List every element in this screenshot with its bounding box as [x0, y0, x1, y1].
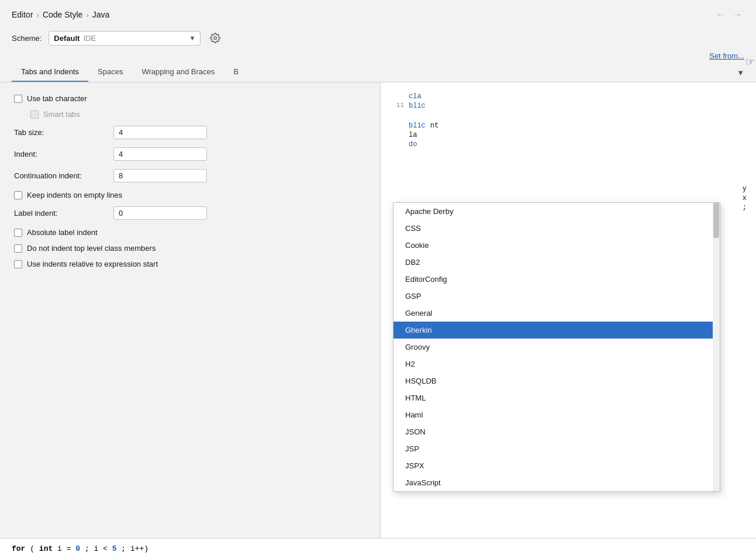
dropdown-item-cookie[interactable]: Cookie [393, 237, 720, 254]
tabs-bar: Tabs and Indents Spaces Wrapping and Bra… [0, 63, 756, 82]
set-from-label: Set from... [709, 51, 744, 60]
dropdown-scrollbar-thumb [713, 203, 719, 238]
indent-row: Indent: [14, 147, 366, 161]
content-area: Use tab character Smart tabs Tab size: I… [0, 82, 756, 548]
indent-label: Indent: [14, 150, 108, 158]
code-line-8: x [381, 194, 756, 203]
left-panel: Use tab character Smart tabs Tab size: I… [0, 82, 380, 548]
dropdown-item-gherkin[interactable]: Gherkin [393, 322, 720, 339]
breadcrumb-code-style: Code Style [43, 10, 82, 19]
use-tab-char-checkbox[interactable] [14, 95, 22, 103]
indent-input[interactable] [113, 147, 207, 161]
scheme-dropdown[interactable]: Default IDE ▼ [49, 31, 201, 46]
scheme-row: Scheme: Default IDE ▼ [0, 27, 756, 51]
scheme-dropdown-arrow: ▼ [189, 34, 195, 42]
tab-b[interactable]: B [224, 63, 248, 82]
use-tab-char-label: Use tab character [27, 94, 87, 103]
tab-size-input[interactable] [113, 126, 207, 139]
code-line-7: y [381, 184, 756, 194]
breadcrumb-sep2: › [86, 11, 88, 19]
gear-icon [210, 33, 220, 43]
breadcrumb-editor: Editor [12, 10, 33, 19]
absolute-label-indent-row: Absolute label indent [14, 228, 366, 237]
tab-tabs-indents[interactable]: Tabs and Indents [12, 63, 88, 82]
absolute-label-indent-label: Absolute label indent [27, 228, 98, 237]
continuation-indent-row: Continuation indent: [14, 169, 366, 182]
gear-button[interactable] [208, 30, 223, 46]
svg-point-0 [214, 37, 217, 40]
dropdown-item-javascript[interactable]: JavaScript [393, 474, 720, 491]
code-line-3 [381, 111, 756, 121]
use-indents-relative-label: Use indents relative to expression start [27, 260, 158, 268]
continuation-indent-input[interactable] [113, 169, 207, 182]
dropdown-item-html[interactable]: HTML [393, 389, 720, 406]
keep-indents-checkbox[interactable] [14, 191, 22, 199]
use-indents-relative-row: Use indents relative to expression start [14, 260, 366, 268]
tab-wrapping-label: Wrapping and Braces [141, 67, 215, 76]
dropdown-item-db2[interactable]: DB2 [393, 254, 720, 271]
tab-size-label: Tab size: [14, 128, 108, 137]
breadcrumb-bar: Editor › Code Style › Java ← → [0, 0, 756, 27]
dropdown-item-jspx[interactable]: JSPX [393, 457, 720, 474]
set-from-link[interactable]: Set from... ☞ [709, 51, 744, 60]
label-indent-label: Label indent: [14, 209, 108, 218]
scheme-label: Scheme: [12, 34, 42, 43]
tab-wrapping[interactable]: Wrapping and Braces [132, 63, 224, 82]
dropdown-item-groovy[interactable]: Groovy [393, 339, 720, 356]
code-spacer [381, 149, 756, 184]
dropdown-item-editorconfig[interactable]: EditorConfig [393, 271, 720, 288]
nav-arrows: ← → [714, 8, 744, 21]
tab-spaces-label: Spaces [98, 67, 123, 76]
dropdown-item-json[interactable]: JSON [393, 423, 720, 440]
dropdown-item-gsp[interactable]: GSP [393, 288, 720, 305]
set-from-dropdown[interactable]: Apache DerbyCSSCookieDB2EditorConfigGSPG… [393, 202, 720, 492]
dropdown-list: Apache DerbyCSSCookieDB2EditorConfigGSPG… [393, 203, 720, 491]
keep-indents-label: Keep indents on empty lines [27, 191, 122, 199]
smart-tabs-row: Smart tabs [30, 110, 366, 119]
use-tab-char-row: Use tab character [14, 94, 366, 103]
dropdown-item-general[interactable]: General [393, 305, 720, 322]
code-line-4: blic nt [381, 121, 756, 130]
keep-indents-row: Keep indents on empty lines [14, 191, 366, 199]
cursor-icon: ☞ [745, 56, 755, 68]
no-indent-top-level-row: Do not indent top level class members [14, 244, 366, 253]
label-indent-input[interactable] [113, 206, 207, 220]
scheme-name: Default [54, 34, 80, 43]
nav-back-button[interactable]: ← [714, 8, 727, 21]
breadcrumb-java: Java [92, 10, 110, 19]
tab-tabs-indents-label: Tabs and Indents [21, 67, 79, 76]
breadcrumb-sep1: › [37, 11, 39, 19]
breadcrumb: Editor › Code Style › Java [12, 10, 109, 19]
tab-spaces[interactable]: Spaces [88, 63, 132, 82]
dropdown-item-hsqldb[interactable]: HSQLDB [393, 372, 720, 389]
nav-forward-button[interactable]: → [731, 8, 744, 21]
set-from-row: Set from... ☞ [0, 51, 756, 63]
code-line-6: do [381, 140, 756, 149]
use-indents-relative-checkbox[interactable] [14, 260, 22, 268]
bottom-bar: for ( int i = 0 ; i < 5 ; i++) [0, 538, 756, 559]
continuation-indent-label: Continuation indent: [14, 171, 108, 180]
dropdown-item-h2[interactable]: H2 [393, 356, 720, 372]
no-indent-top-level-label: Do not indent top level class members [27, 244, 156, 253]
no-indent-top-level-checkbox[interactable] [14, 244, 22, 253]
smart-tabs-label: Smart tabs [43, 110, 80, 119]
code-line-5: la [381, 130, 756, 140]
dropdown-item-haml[interactable]: Haml [393, 406, 720, 423]
dropdown-scrollbar[interactable] [713, 203, 720, 491]
label-indent-row: Label indent: [14, 206, 366, 220]
tab-b-label: B [233, 67, 239, 76]
main-container: Editor › Code Style › Java ← → Scheme: D… [0, 0, 756, 559]
bottom-code-preview: for ( int i = 0 ; i < 5 ; i++) [12, 544, 149, 553]
scheme-type: IDE [83, 34, 96, 43]
tab-size-row: Tab size: [14, 126, 366, 139]
tab-more-button[interactable]: ▼ [734, 64, 747, 82]
code-line-1: cla [381, 92, 756, 101]
smart-tabs-checkbox[interactable] [30, 111, 39, 119]
dropdown-item-apache-derby[interactable]: Apache Derby [393, 203, 720, 220]
code-line-2: 11 blic [381, 101, 756, 111]
dropdown-item-css[interactable]: CSS [393, 220, 720, 237]
dropdown-item-jsp[interactable]: JSP [393, 440, 720, 457]
absolute-label-indent-checkbox[interactable] [14, 229, 22, 237]
